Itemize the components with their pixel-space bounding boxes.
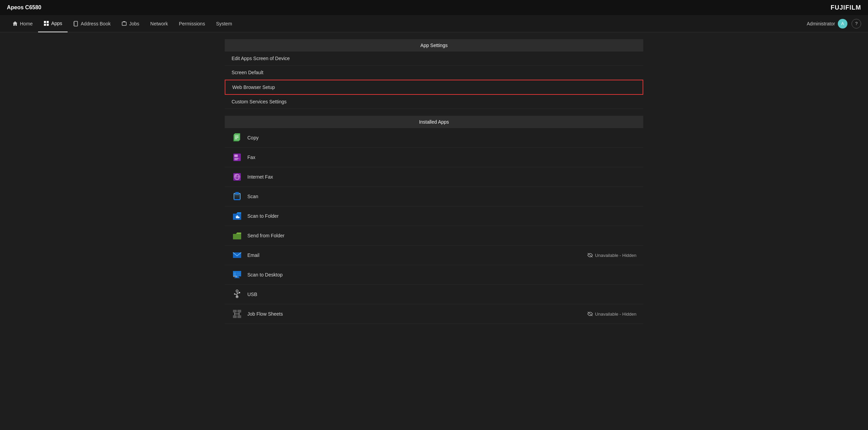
- user-info: Administrator A: [807, 19, 847, 29]
- email-status-text: Unavailable - Hidden: [595, 253, 636, 258]
- email-label: Email: [247, 252, 259, 258]
- avatar: A: [838, 19, 847, 29]
- usb-icon: [232, 289, 243, 300]
- nav-jobs[interactable]: Jobs: [116, 15, 145, 32]
- nav-apps-label: Apps: [51, 21, 62, 26]
- svg-rect-33: [233, 234, 241, 239]
- svg-rect-28: [235, 195, 239, 196]
- edit-apps-screen-label: Edit Apps Screen of Device: [232, 56, 290, 61]
- screen-default-item[interactable]: Screen Default: [225, 66, 643, 80]
- svg-rect-47: [239, 292, 240, 293]
- internet-fax-app-item[interactable]: Internet Fax: [225, 167, 643, 187]
- svg-rect-18: [234, 159, 238, 160]
- main-content: App Settings Edit Apps Screen of Device …: [211, 32, 657, 338]
- svg-rect-55: [237, 315, 241, 318]
- app-settings-header: App Settings: [225, 39, 643, 52]
- fax-label: Fax: [247, 155, 255, 160]
- job-flow-sheets-status-text: Unavailable - Hidden: [595, 312, 636, 317]
- topbar: Apeos C6580 FUJIFILM: [0, 0, 868, 15]
- svg-line-59: [588, 312, 593, 316]
- fax-app-item[interactable]: Fax: [225, 148, 643, 167]
- email-icon: [232, 250, 243, 261]
- nav-home[interactable]: Home: [7, 15, 38, 32]
- nav-apps[interactable]: Apps: [38, 15, 68, 32]
- home-icon: [12, 21, 18, 26]
- scan-to-folder-label: Scan to Folder: [247, 213, 279, 219]
- job-flow-sheets-app-item[interactable]: Job Flow Sheets Unavailable - Hidden: [225, 304, 643, 324]
- internet-fax-label: Internet Fax: [247, 174, 273, 180]
- svg-rect-26: [235, 192, 239, 194]
- user-label: Administrator: [807, 21, 835, 26]
- email-app-item[interactable]: Email Unavailable - Hidden: [225, 246, 643, 265]
- svg-rect-37: [233, 271, 241, 272]
- svg-rect-39: [236, 272, 241, 274]
- nav-system[interactable]: System: [211, 15, 238, 32]
- svg-text:WSD: WSD: [233, 275, 237, 278]
- svg-rect-30: [234, 199, 240, 200]
- internet-fax-icon: [232, 171, 243, 182]
- svg-rect-52: [233, 310, 237, 313]
- web-browser-setup-label: Web Browser Setup: [232, 84, 275, 90]
- scan-to-desktop-app-item[interactable]: WSD Scan to Desktop: [225, 265, 643, 285]
- apps-icon: [44, 21, 49, 26]
- nav-permissions[interactable]: Permissions: [173, 15, 210, 32]
- nav-permissions-label: Permissions: [179, 21, 205, 26]
- nav-address-book[interactable]: Address Book: [68, 15, 116, 32]
- svg-rect-2: [44, 24, 46, 26]
- nav-jobs-label: Jobs: [129, 21, 139, 26]
- navbar: Home Apps Address Book Jobs Network Perm…: [0, 15, 868, 32]
- job-flow-sheets-status: Unavailable - Hidden: [587, 311, 636, 317]
- web-browser-setup-item[interactable]: Web Browser Setup: [225, 80, 643, 95]
- nav-system-label: System: [216, 21, 232, 26]
- svg-point-19: [238, 158, 240, 160]
- hidden-icon-2: [587, 311, 593, 317]
- nav-network-label: Network: [150, 21, 168, 26]
- scan-desktop-icon: WSD: [232, 269, 243, 280]
- usb-app-item[interactable]: USB: [225, 285, 643, 304]
- svg-rect-8: [122, 22, 126, 25]
- custom-services-settings-item[interactable]: Custom Services Settings: [225, 95, 643, 109]
- nav-right: Administrator A ?: [807, 19, 861, 29]
- fujifilm-logo: FUJIFILM: [831, 4, 861, 11]
- copy-app-item[interactable]: Copy: [225, 128, 643, 148]
- scan-app-item[interactable]: Scan: [225, 187, 643, 206]
- send-from-folder-app-item[interactable]: Send from Folder: [225, 226, 643, 246]
- job-flow-icon: [232, 308, 243, 319]
- svg-rect-54: [233, 315, 237, 318]
- svg-rect-29: [235, 197, 239, 197]
- svg-rect-27: [235, 194, 239, 195]
- svg-rect-53: [237, 310, 241, 313]
- edit-apps-screen-item[interactable]: Edit Apps Screen of Device: [225, 52, 643, 66]
- addressbook-icon: [73, 21, 79, 26]
- app-title: Apeos C6580: [7, 4, 42, 11]
- svg-rect-0: [44, 21, 46, 23]
- scan-to-desktop-label: Scan to Desktop: [247, 272, 283, 278]
- installed-apps-header: Installed Apps: [225, 116, 643, 128]
- svg-line-35: [588, 253, 593, 257]
- copy-label: Copy: [247, 135, 259, 140]
- nav-network[interactable]: Network: [145, 15, 173, 32]
- nav-home-label: Home: [20, 21, 33, 26]
- svg-rect-42: [234, 278, 240, 278]
- svg-point-49: [234, 293, 235, 295]
- custom-services-settings-label: Custom Services Settings: [232, 99, 286, 104]
- svg-rect-3: [47, 24, 49, 26]
- send-folder-icon: [232, 230, 243, 241]
- svg-rect-1: [47, 21, 49, 23]
- hidden-icon: [587, 252, 593, 258]
- app-settings-section: App Settings Edit Apps Screen of Device …: [225, 39, 643, 109]
- usb-label: USB: [247, 292, 257, 297]
- send-from-folder-label: Send from Folder: [247, 233, 284, 238]
- nav-address-book-label: Address Book: [81, 21, 110, 26]
- copy-icon: [232, 132, 243, 143]
- jobs-icon: [121, 21, 127, 26]
- help-button[interactable]: ?: [852, 19, 861, 29]
- job-flow-sheets-label: Job Flow Sheets: [247, 311, 283, 317]
- svg-rect-4: [74, 21, 78, 26]
- svg-rect-24: [234, 174, 237, 176]
- email-status: Unavailable - Hidden: [587, 252, 636, 258]
- fax-icon: [232, 152, 243, 163]
- scan-label: Scan: [247, 194, 258, 199]
- scan-to-folder-app-item[interactable]: Scan to Folder: [225, 206, 643, 226]
- scan-icon: [232, 191, 243, 202]
